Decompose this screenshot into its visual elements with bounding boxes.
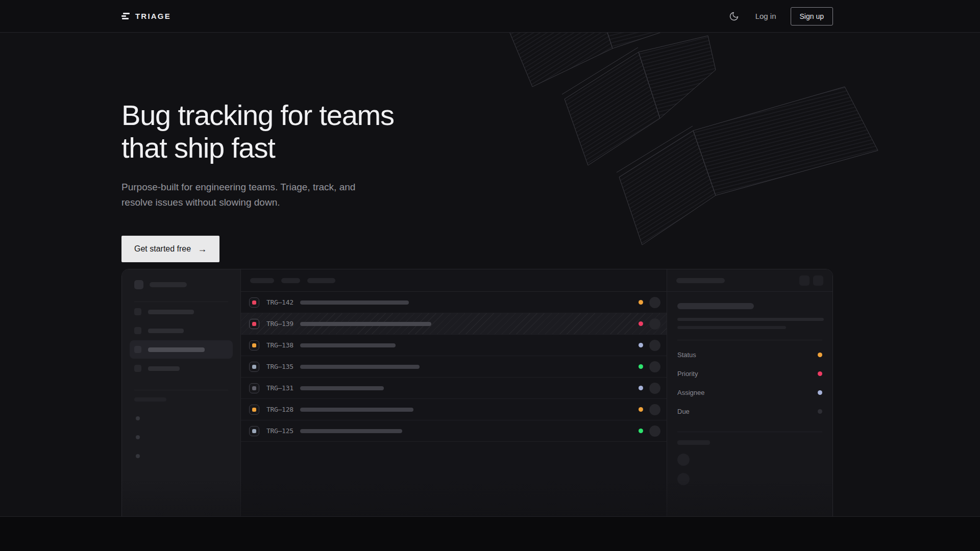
list-tab-placeholder[interactable]: [281, 278, 300, 283]
issue-row[interactable]: TRG–138: [241, 335, 667, 356]
sidebar-item[interactable]: [130, 321, 233, 340]
avatar[interactable]: [649, 340, 660, 351]
app-mockup: TRG–142 TRG–139 TRG–138 TRG–135 TRG–131: [121, 269, 833, 517]
hero-heading-line2: that ship fast: [121, 132, 275, 164]
issue-field-row[interactable]: Priority: [677, 364, 822, 383]
issue-list-header: [241, 269, 667, 292]
top-nav: TRIAGE Log in Sign up: [0, 0, 980, 33]
issue-row[interactable]: TRG–128: [241, 399, 667, 420]
login-link[interactable]: Log in: [755, 12, 776, 20]
status-dot: [639, 300, 643, 305]
detail-panel: Status Priority Assignee Due: [667, 269, 832, 517]
sidebar-dot: [136, 416, 140, 420]
sidebar-item-icon: [134, 308, 141, 315]
issue-list: TRG–142 TRG–139 TRG–138 TRG–135 TRG–131: [241, 292, 667, 442]
avatar[interactable]: [649, 404, 660, 415]
issue-row[interactable]: TRG–125: [241, 420, 667, 442]
brand[interactable]: TRIAGE: [121, 12, 171, 20]
issue-title-placeholder: [300, 343, 396, 347]
hero-heading-line1: Bug tracking for teams: [121, 99, 394, 131]
issue-row[interactable]: TRG–131: [241, 378, 667, 399]
bug-dot: [252, 408, 256, 412]
issue-field-row[interactable]: Due: [677, 402, 822, 421]
bug-dot: [252, 429, 256, 433]
workspace-switcher[interactable]: [130, 280, 233, 289]
bug-icon: [249, 340, 259, 350]
sidebar-item-placeholder: [148, 347, 205, 352]
issue-title-placeholder: [300, 429, 402, 433]
issue-title-placeholder: [300, 408, 413, 412]
footer: [0, 517, 980, 551]
arrow-right-icon: →: [198, 244, 207, 254]
issue-field-row[interactable]: Assignee: [677, 383, 822, 402]
avatar[interactable]: [649, 425, 660, 437]
issue-row[interactable]: TRG–139: [241, 313, 667, 335]
bug-icon: [249, 319, 259, 329]
issue-title-placeholder: [300, 322, 431, 326]
comments-section-placeholder: [677, 440, 710, 445]
theme-toggle-button[interactable]: [727, 9, 741, 23]
issue-list-pane: TRG–142 TRG–139 TRG–138 TRG–135 TRG–131: [241, 269, 667, 517]
moon-icon: [729, 11, 739, 21]
triage-logo-icon: [121, 13, 130, 19]
field-label: Due: [677, 408, 690, 415]
sidebar-dot: [136, 454, 140, 458]
avatar[interactable]: [649, 361, 660, 372]
bug-dot: [252, 365, 256, 369]
bug-icon: [249, 362, 259, 372]
sidebar-item-icon: [134, 346, 141, 353]
get-started-button[interactable]: Get started free →: [121, 236, 219, 262]
sidebar-item-icon: [134, 365, 141, 372]
field-value-dot: [818, 353, 822, 357]
avatar[interactable]: [649, 318, 660, 330]
issue-id: TRG–125: [266, 427, 296, 435]
avatar[interactable]: [649, 383, 660, 394]
divider: [134, 390, 228, 390]
status-dot: [639, 364, 643, 369]
workspace-name-placeholder: [150, 282, 187, 287]
issue-id: TRG–135: [266, 363, 296, 370]
sidebar-item[interactable]: [130, 359, 233, 378]
panel-action-button[interactable]: [799, 276, 810, 286]
bug-icon: [249, 297, 259, 308]
bug-dot: [252, 322, 256, 326]
issue-description-placeholder: [677, 318, 824, 321]
issue-fields: Status Priority Assignee Due: [677, 345, 822, 421]
sidebar-item-icon: [134, 327, 141, 334]
divider: [134, 302, 228, 302]
issue-row[interactable]: TRG–142: [241, 292, 667, 313]
avatar[interactable]: [649, 297, 660, 308]
signup-button[interactable]: Sign up: [791, 7, 833, 26]
bug-dot: [252, 386, 256, 390]
field-value-dot: [818, 371, 822, 376]
issue-row[interactable]: TRG–135: [241, 356, 667, 378]
field-value-dot: [818, 390, 822, 395]
issue-title-placeholder: [300, 365, 420, 369]
sidebar-item-placeholder: [148, 366, 180, 371]
nav-inner: TRIAGE Log in Sign up: [121, 7, 833, 26]
sidebar-item-placeholder: [148, 329, 184, 333]
bug-icon: [249, 426, 259, 436]
field-label: Status: [677, 351, 696, 359]
issue-title-placeholder: [300, 386, 384, 390]
bug-icon: [249, 383, 259, 393]
sidebar-item-active[interactable]: [130, 340, 233, 359]
panel-action-button[interactable]: [813, 276, 823, 286]
list-tab-placeholder[interactable]: [307, 278, 335, 283]
bug-icon: [249, 405, 259, 415]
avatar: [677, 454, 690, 466]
nav-actions: Log in Sign up: [727, 7, 833, 26]
issue-id: TRG–139: [266, 320, 296, 328]
sidebar-item[interactable]: [130, 303, 233, 321]
avatar: [677, 473, 690, 485]
brand-name: TRIAGE: [135, 12, 171, 20]
field-label: Priority: [677, 370, 698, 378]
divider: [677, 340, 822, 340]
issue-field-row[interactable]: Status: [677, 345, 822, 364]
bug-dot: [252, 300, 256, 305]
field-value-dot: [818, 409, 822, 414]
mockup-sidebar: [122, 269, 241, 517]
list-tab-placeholder[interactable]: [250, 278, 274, 283]
issue-id: TRG–131: [266, 384, 296, 392]
hero-heading: Bug tracking for teamsthat ship fast: [121, 99, 394, 164]
